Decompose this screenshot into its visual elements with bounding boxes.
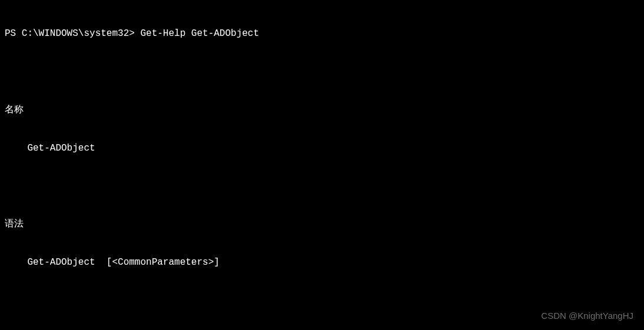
blank-line [5, 180, 639, 193]
section-name-value: Get-ADObject [5, 142, 639, 155]
section-name-header: 名称 [5, 104, 639, 117]
prompt-path: PS C:\WINDOWS\system32> [5, 28, 140, 39]
prompt-command: Get-Help Get-ADObject [140, 28, 259, 39]
terminal-output: PS C:\WINDOWS\system32> Get-Help Get-ADO… [5, 2, 639, 330]
blank-line [5, 66, 639, 79]
blank-line [5, 295, 639, 308]
prompt-line[interactable]: PS C:\WINDOWS\system32> Get-Help Get-ADO… [5, 28, 639, 41]
section-syntax-header: 语法 [5, 218, 639, 231]
syntax-line: Get-ADObject [<CommonParameters>] [5, 256, 639, 269]
watermark: CSDN @KnightYangHJ [541, 310, 633, 322]
